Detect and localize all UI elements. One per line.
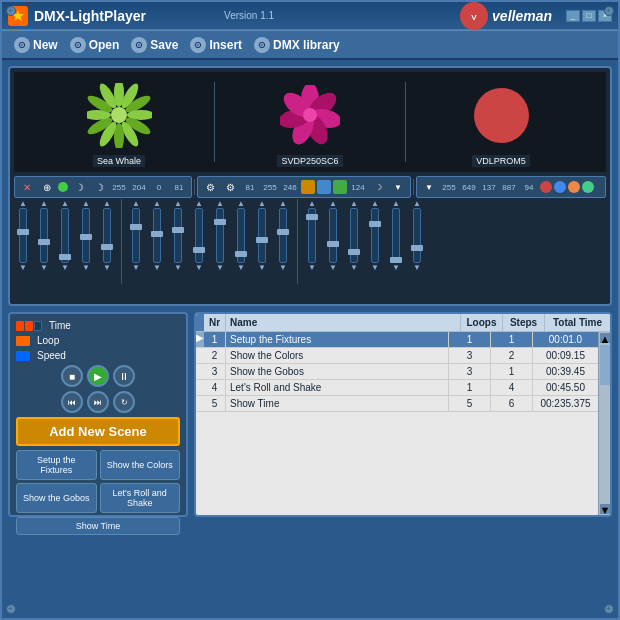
slider-track-8[interactable] [174,208,182,263]
slider-up-14[interactable]: ▲ [308,199,316,208]
table-row[interactable]: 2 Show the Colors 3 2 00:09.15 [196,348,598,364]
slider-down-3[interactable]: ▼ [61,263,69,272]
table-row[interactable]: 4 Let's Roll and Shake 1 4 00:45.50 [196,380,598,396]
scroll-thumb[interactable] [600,345,610,385]
slider-up-3[interactable]: ▲ [61,199,69,208]
ctrl-gear2-icon[interactable]: ⚙ [221,178,239,196]
slider-up-7[interactable]: ▲ [153,199,161,208]
slider-down-2[interactable]: ▼ [40,263,48,272]
slider-up-15[interactable]: ▲ [329,199,337,208]
slider-up-4[interactable]: ▲ [82,199,90,208]
slider-track-1[interactable] [19,208,27,263]
slider-down-16[interactable]: ▼ [350,263,358,272]
ctrl-moon2-icon[interactable]: ☽ [90,178,108,196]
slider-down-17[interactable]: ▼ [371,263,379,272]
slider-up-10[interactable]: ▲ [216,199,224,208]
slider-track-16[interactable] [350,208,358,263]
slider-up-17[interactable]: ▲ [371,199,379,208]
slider-up-9[interactable]: ▲ [195,199,203,208]
slider-up-11[interactable]: ▲ [237,199,245,208]
slider-track-13[interactable] [279,208,287,263]
ctrl-dot-blue2[interactable] [554,181,566,193]
slider-down-11[interactable]: ▼ [237,263,245,272]
slider-track-5[interactable] [103,208,111,263]
ctrl-dot-orange2[interactable] [568,181,580,193]
roll-shake-button[interactable]: Let's Roll and Shake [100,483,181,513]
slider-down-1[interactable]: ▼ [19,263,27,272]
slider-down-18[interactable]: ▼ [392,263,400,272]
show-colors-button[interactable]: Show the Colors [100,450,181,480]
slider-down-9[interactable]: ▼ [195,263,203,272]
minimize-button[interactable]: _ [566,10,580,22]
scroll-down[interactable]: ▼ [600,504,610,514]
table-scrollbar[interactable]: ▲ ▼ [598,332,610,515]
slider-up-6[interactable]: ▲ [132,199,140,208]
slider-track-2[interactable] [40,208,48,263]
slider-down-8[interactable]: ▼ [174,263,182,272]
slider-up-18[interactable]: ▲ [392,199,400,208]
slider-track-19[interactable] [413,208,421,263]
ctrl-down2-icon[interactable]: ▼ [420,178,438,196]
table-row[interactable]: 5 Show Time 5 6 00:235.375 [196,396,598,412]
pause-button[interactable]: ⏸ [113,365,135,387]
ctrl-moon3-icon[interactable]: ☽ [369,178,387,196]
new-button[interactable]: ⊙ New [10,35,62,55]
slider-down-7[interactable]: ▼ [153,263,161,272]
play-button[interactable]: ▶ [87,365,109,387]
save-button[interactable]: ⊙ Save [127,35,182,55]
insert-button[interactable]: ⊙ Insert [186,35,246,55]
ctrl-dot-red[interactable] [540,181,552,193]
ctrl-dot-blue[interactable] [317,180,331,194]
slider-track-10[interactable] [216,208,224,263]
slider-down-5[interactable]: ▼ [103,263,111,272]
dmx-library-button[interactable]: ⊙ DMX library [250,35,344,55]
slider-down-10[interactable]: ▼ [216,263,224,272]
maximize-button[interactable]: □ [582,10,596,22]
slider-down-19[interactable]: ▼ [413,263,421,272]
slider-track-11[interactable] [237,208,245,263]
table-row[interactable]: 3 Show the Gobos 3 1 00:39.45 [196,364,598,380]
slider-up-2[interactable]: ▲ [40,199,48,208]
slider-up-13[interactable]: ▲ [279,199,287,208]
slider-track-17[interactable] [371,208,379,263]
open-button[interactable]: ⊙ Open [66,35,124,55]
ctrl-moon-icon[interactable]: ☽ [70,178,88,196]
stop-button[interactable]: ■ [61,365,83,387]
add-scene-button[interactable]: Add New Scene [16,417,180,446]
slider-down-6[interactable]: ▼ [132,263,140,272]
ctrl-dot-green[interactable] [58,182,68,192]
slider-track-12[interactable] [258,208,266,263]
slider-up-8[interactable]: ▲ [174,199,182,208]
show-time-button[interactable]: Show Time [16,517,180,535]
ctrl-dot-teal[interactable] [582,181,594,193]
slider-track-18[interactable] [392,208,400,263]
show-gobos-button[interactable]: Show the Gobos [16,483,97,513]
scroll-up[interactable]: ▲ [600,333,610,343]
slider-up-1[interactable]: ▲ [19,199,27,208]
slider-track-4[interactable] [82,208,90,263]
slider-up-19[interactable]: ▲ [413,199,421,208]
slider-track-7[interactable] [153,208,161,263]
slider-down-15[interactable]: ▼ [329,263,337,272]
ctrl-dot-orange[interactable] [301,180,315,194]
ctrl-dot-green2[interactable] [333,180,347,194]
slider-down-12[interactable]: ▼ [258,263,266,272]
next-button[interactable]: ⏭ [87,391,109,413]
prev-button[interactable]: ⏮ [61,391,83,413]
slider-up-12[interactable]: ▲ [258,199,266,208]
slider-down-13[interactable]: ▼ [279,263,287,272]
table-row[interactable]: ▶ 1 Setup the Fixtures 1 1 00:01.0 [196,332,598,348]
slider-up-16[interactable]: ▲ [350,199,358,208]
slider-track-6[interactable] [132,208,140,263]
slider-track-15[interactable] [329,208,337,263]
setup-fixtures-button[interactable]: Setup the Fixtures [16,450,97,480]
ctrl-gear-icon[interactable]: ⚙ [201,178,219,196]
ctrl-x-icon[interactable]: ✕ [18,178,36,196]
slider-up-5[interactable]: ▲ [103,199,111,208]
slider-track-9[interactable] [195,208,203,263]
slider-down-4[interactable]: ▼ [82,263,90,272]
slider-track-14[interactable] [308,208,316,263]
ctrl-down-icon[interactable]: ▼ [389,178,407,196]
slider-track-3[interactable] [61,208,69,263]
ctrl-crosshair-icon[interactable]: ⊕ [38,178,56,196]
